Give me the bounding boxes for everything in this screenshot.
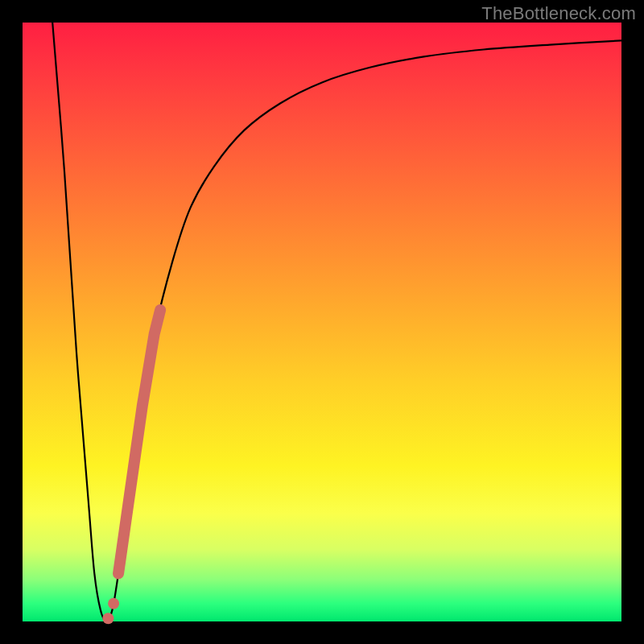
chart-frame: TheBottleneck.com (0, 0, 644, 644)
bottleneck-curve (52, 23, 621, 621)
chart-svg (23, 23, 621, 621)
plot-area (23, 23, 621, 621)
overlay-dots (102, 598, 119, 625)
attribution-text: TheBottleneck.com (481, 3, 636, 24)
overlay-segment (118, 310, 160, 573)
overlay-dot (102, 613, 114, 624)
overlay-dot (108, 598, 119, 609)
